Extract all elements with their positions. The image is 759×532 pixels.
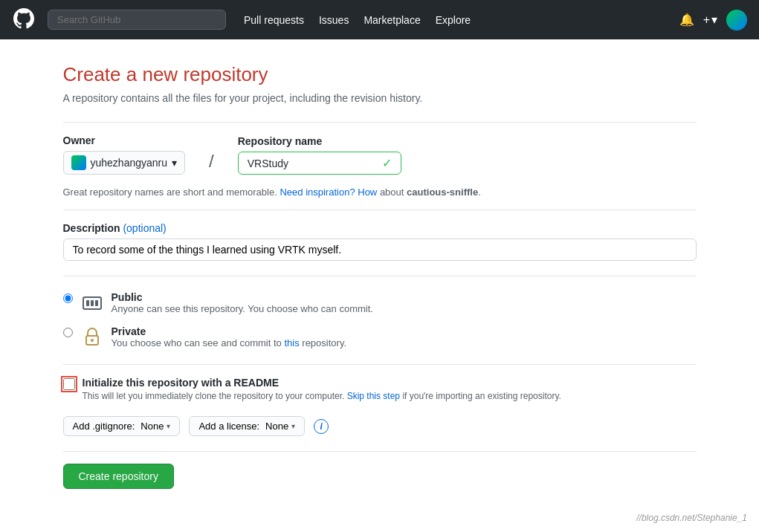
name-suggestion: Great repository names are short and mem… [63, 186, 697, 198]
add-dropdown-arrow: ▾ [711, 13, 717, 27]
nav-explore[interactable]: Explore [436, 14, 471, 26]
owner-select[interactable]: yuhezhangyanru ▾ [63, 151, 186, 175]
svg-point-5 [91, 339, 94, 342]
divider-4 [63, 451, 697, 452]
github-logo[interactable] [12, 7, 36, 33]
svg-rect-2 [91, 300, 94, 306]
readme-checkbox[interactable] [63, 378, 75, 390]
gitignore-arrow-icon: ▾ [167, 422, 170, 430]
desc-label: Description (optional) [63, 222, 697, 234]
public-desc: Anyone can see this repository. You choo… [112, 303, 373, 314]
owner-label: Owner [63, 134, 186, 146]
bottom-dropdowns: Add .gitignore: None ▾ Add a license: No… [63, 416, 697, 436]
readme-row: Initialize this repository with a README… [63, 377, 697, 401]
owner-repo-row: Owner yuhezhangyanru ▾ / Repository name… [63, 134, 697, 175]
suggestion-highlight: cautious-sniffle [407, 186, 478, 198]
gitignore-dropdown[interactable]: Add .gitignore: None ▾ [63, 416, 181, 436]
owner-group: Owner yuhezhangyanru ▾ [63, 134, 186, 175]
how-link[interactable]: How [358, 186, 377, 198]
info-icon[interactable]: i [314, 419, 329, 434]
avatar[interactable] [726, 10, 747, 30]
slash-separator: / [209, 139, 214, 172]
public-repo-icon [80, 291, 104, 315]
gitignore-value: None [141, 421, 164, 432]
owner-avatar [71, 155, 86, 170]
search-input[interactable] [48, 10, 226, 30]
gitignore-label: Add .gitignore: [73, 421, 135, 432]
repo-name-group: Repository name VRStudy ✓ [238, 135, 401, 175]
nav-marketplace[interactable]: Marketplace [364, 14, 420, 26]
divider-1 [63, 210, 697, 210]
bell-icon: 🔔 [679, 13, 694, 27]
skip-link[interactable]: Skip this step [347, 391, 400, 401]
divider-3 [63, 364, 697, 365]
private-desc: You choose who can see and commit to thi… [112, 337, 347, 348]
repo-name-input-wrapper: VRStudy ✓ [238, 152, 401, 175]
private-option: Private You choose who can see and commi… [63, 325, 697, 349]
license-value: None [265, 421, 288, 432]
create-repository-button[interactable]: Create repository [63, 464, 174, 489]
svg-rect-1 [86, 300, 89, 306]
repo-name-label: Repository name [238, 135, 401, 147]
readme-keyword: README [233, 377, 279, 389]
notification-button[interactable]: 🔔 [679, 13, 694, 27]
private-label: Private [112, 325, 347, 337]
valid-check-icon: ✓ [382, 156, 392, 170]
divider-top [63, 122, 697, 123]
description-group: Description (optional) [63, 222, 697, 261]
nav-issues[interactable]: Issues [319, 14, 349, 26]
navbar: Pull requests Issues Marketplace Explore… [0, 0, 759, 39]
owner-name: yuhezhangyanru [91, 157, 168, 169]
nav-right: 🔔 + ▾ [679, 10, 747, 30]
page-subtitle: A repository contains all the files for … [63, 92, 697, 104]
main-content: Create a new repository A repository con… [45, 39, 714, 513]
license-dropdown[interactable]: Add a license: None ▾ [189, 416, 305, 436]
svg-rect-3 [95, 300, 98, 306]
public-label: Public [112, 291, 373, 303]
public-option: Public Anyone can see this repository. Y… [63, 291, 697, 315]
private-repo-icon [80, 325, 104, 349]
readme-desc: This will let you immediately clone the … [83, 391, 697, 401]
plus-icon: + [703, 13, 710, 27]
page-title: Create a new repository [63, 63, 697, 86]
this-link[interactable]: this [284, 337, 299, 348]
owner-dropdown-arrow: ▾ [172, 157, 177, 169]
public-radio[interactable] [63, 293, 73, 303]
license-label: Add a license: [198, 421, 259, 432]
need-inspiration-link[interactable]: Need inspiration? [280, 186, 355, 198]
visibility-section: Public Anyone can see this repository. Y… [63, 291, 697, 349]
readme-title: Initialize this repository with a README [83, 377, 697, 389]
repo-name-value: VRStudy [248, 158, 382, 169]
private-radio[interactable] [63, 328, 73, 337]
nav-pull-requests[interactable]: Pull requests [244, 14, 304, 26]
divider-2 [63, 276, 697, 276]
add-button[interactable]: + ▾ [703, 13, 717, 27]
license-arrow-icon: ▾ [291, 422, 295, 430]
description-input[interactable] [63, 239, 697, 261]
readme-section: Initialize this repository with a README… [63, 377, 697, 401]
nav-links: Pull requests Issues Marketplace Explore [244, 14, 471, 26]
